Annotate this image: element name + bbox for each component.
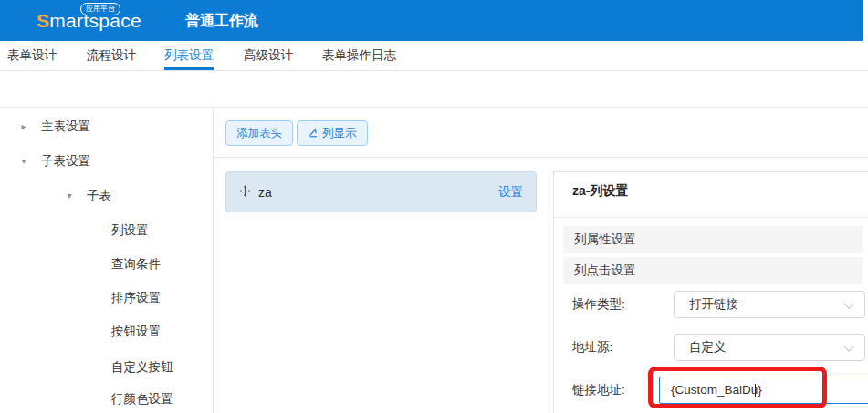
address-source-label: 地址源: bbox=[572, 334, 612, 361]
workflow-title: 普通工作流 bbox=[185, 0, 258, 41]
tab-form-operation-log[interactable]: 表单操作日志 bbox=[322, 41, 396, 69]
caret-down-icon[interactable] bbox=[18, 152, 29, 170]
chevron-down-icon bbox=[843, 298, 853, 308]
tree-item-label: 子表设置 bbox=[41, 154, 90, 168]
tree-item-label: 查询条件 bbox=[111, 257, 161, 271]
main-tabbar: 表单设计 流程设计 列表设置 高级设计 表单操作日志 bbox=[0, 41, 868, 71]
tree-item-label: 行颜色设置 bbox=[111, 392, 173, 406]
add-header-button[interactable]: 添加表头 bbox=[225, 120, 293, 146]
toolbar-divider bbox=[214, 157, 868, 158]
section-column-click[interactable]: 列点击设置 bbox=[563, 257, 863, 284]
column-settings-link[interactable]: 设置 bbox=[498, 184, 523, 201]
address-source-select[interactable]: 自定义 bbox=[674, 334, 865, 361]
operation-type-select[interactable]: 打开链接 bbox=[674, 291, 865, 318]
logo-prefix: S bbox=[37, 10, 49, 32]
panel-title: za-列设置 bbox=[572, 183, 628, 200]
text-caret bbox=[755, 384, 756, 397]
tree-item-sort-settings[interactable]: 排序设置 bbox=[111, 289, 161, 307]
app-root: Smartspace 应用平台 普通工作流 表单设计 流程设计 列表设置 高级设… bbox=[0, 0, 868, 413]
operation-type-label: 操作类型: bbox=[572, 291, 625, 318]
column-settings-panel: za-列设置 列属性设置 列点击设置 操作类型: 打开链接 地址源: 自定义 链… bbox=[553, 171, 868, 413]
tree-item-row-color-settings[interactable]: 行颜色设置 bbox=[111, 390, 173, 408]
tree-item-label: 子表 bbox=[87, 189, 111, 202]
tree-item-label: 主表设置 bbox=[41, 119, 90, 133]
link-address-input[interactable]: {Custom_BaiDu} bbox=[659, 377, 868, 404]
column-name: za bbox=[258, 185, 272, 200]
move-icon[interactable] bbox=[239, 184, 251, 201]
tree-item-label: 列设置 bbox=[111, 223, 149, 237]
tree-item-label: 按钮设置 bbox=[111, 325, 161, 338]
tree-item-subtable-settings[interactable]: 子表设置 bbox=[41, 152, 90, 170]
tree-item-subtable[interactable]: 子表 bbox=[87, 187, 111, 205]
caret-right-icon[interactable] bbox=[18, 118, 29, 136]
panel-title-divider bbox=[554, 217, 868, 218]
settings-tree-sidebar: 主表设置 子表设置 子表 列设置 查询条件 排序设置 按钮设置 自定义按钮 行颜… bbox=[0, 108, 214, 413]
link-address-value: {Custom_BaiDu} bbox=[671, 383, 762, 397]
column-display-button[interactable]: 列显示 bbox=[297, 120, 368, 146]
tree-item-query-conditions[interactable]: 查询条件 bbox=[111, 255, 161, 274]
section-column-attributes[interactable]: 列属性设置 bbox=[563, 226, 863, 253]
address-source-value: 自定义 bbox=[689, 340, 727, 354]
column-card-za[interactable]: za 设置 bbox=[225, 171, 537, 212]
column-display-icon bbox=[308, 128, 319, 139]
tab-advanced-design[interactable]: 高级设计 bbox=[244, 41, 293, 69]
tree-item-button-settings[interactable]: 按钮设置 bbox=[111, 323, 161, 341]
tree-item-label: 自定义按钮 bbox=[111, 360, 173, 374]
tree-item-custom-buttons[interactable]: 自定义按钮 bbox=[111, 358, 173, 377]
operation-type-value: 打开链接 bbox=[689, 297, 738, 311]
tab-process-design[interactable]: 流程设计 bbox=[87, 41, 136, 69]
tree-item-column-settings[interactable]: 列设置 bbox=[111, 222, 149, 240]
caret-down-icon[interactable] bbox=[64, 187, 75, 205]
app-header: Smartspace 应用平台 普通工作流 bbox=[0, 0, 863, 41]
column-display-label: 列显示 bbox=[322, 126, 357, 141]
tree-item-main-table-settings[interactable]: 主表设置 bbox=[41, 118, 90, 136]
tree-item-label: 排序设置 bbox=[111, 291, 161, 305]
tab-list-settings[interactable]: 列表设置 bbox=[164, 41, 214, 69]
tab-form-design[interactable]: 表单设计 bbox=[7, 41, 57, 69]
platform-badge: 应用平台 bbox=[80, 3, 120, 15]
scrollbar-strip[interactable] bbox=[863, 0, 868, 41]
chevron-down-icon bbox=[843, 341, 853, 351]
link-address-label: 链接地址: bbox=[572, 377, 625, 404]
